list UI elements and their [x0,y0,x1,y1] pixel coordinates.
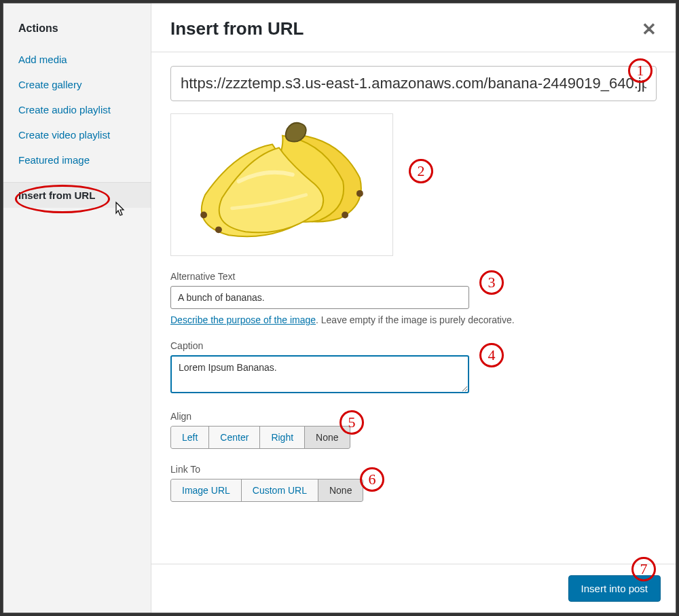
sidebar-item-create-audio-playlist[interactable]: Create audio playlist [3,97,151,122]
sidebar-item-featured-image[interactable]: Featured image [3,147,151,173]
align-button-group: Left Center Right None [170,426,350,449]
close-icon[interactable]: ✕ [642,20,657,38]
caption-label: Caption [170,340,657,351]
media-modal: Actions Add media Create gallery Create … [3,3,676,613]
insert-into-post-button[interactable]: Insert into post [568,575,661,602]
image-preview [170,113,393,256]
modal-footer: Insert into post [151,564,676,613]
svg-point-4 [356,190,363,197]
main-body: Alternative Text Describe the purpose of… [151,52,676,564]
alt-text-hint-rest: . Leave empty if the image is purely dec… [316,314,515,325]
linkto-image-url-button[interactable]: Image URL [170,479,242,502]
alt-text-label: Alternative Text [170,271,657,282]
linkto-label: Link To [170,464,657,475]
alt-text-hint: Describe the purpose of the image. Leave… [170,314,657,325]
banana-image-icon [171,114,392,255]
align-none-button[interactable]: None [304,426,350,449]
linkto-button-group: Image URL Custom URL None [170,479,363,502]
sidebar-item-create-video-playlist[interactable]: Create video playlist [3,122,151,147]
sidebar-item-create-gallery[interactable]: Create gallery [3,72,151,97]
sidebar: Actions Add media Create gallery Create … [3,3,151,613]
sidebar-item-add-media[interactable]: Add media [3,47,151,72]
caption-input[interactable] [170,355,469,393]
linkto-custom-url-button[interactable]: Custom URL [241,479,318,502]
align-label: Align [170,411,657,422]
main-panel: Insert from URL ✕ [151,3,676,613]
align-center-button[interactable]: Center [208,426,260,449]
svg-point-3 [342,212,348,219]
sidebar-title: Actions [3,16,151,47]
sidebar-item-insert-from-url[interactable]: Insert from URL [3,183,151,208]
alt-text-input[interactable] [170,286,469,309]
svg-point-1 [200,212,207,219]
page-title: Insert from URL [170,18,304,39]
describe-image-link[interactable]: Describe the purpose of the image [170,314,316,325]
linkto-none-button[interactable]: None [318,479,363,502]
url-input[interactable] [170,66,657,101]
align-right-button[interactable]: Right [259,426,305,449]
align-left-button[interactable]: Left [170,426,209,449]
svg-point-2 [215,226,222,233]
main-header: Insert from URL ✕ [151,3,676,52]
